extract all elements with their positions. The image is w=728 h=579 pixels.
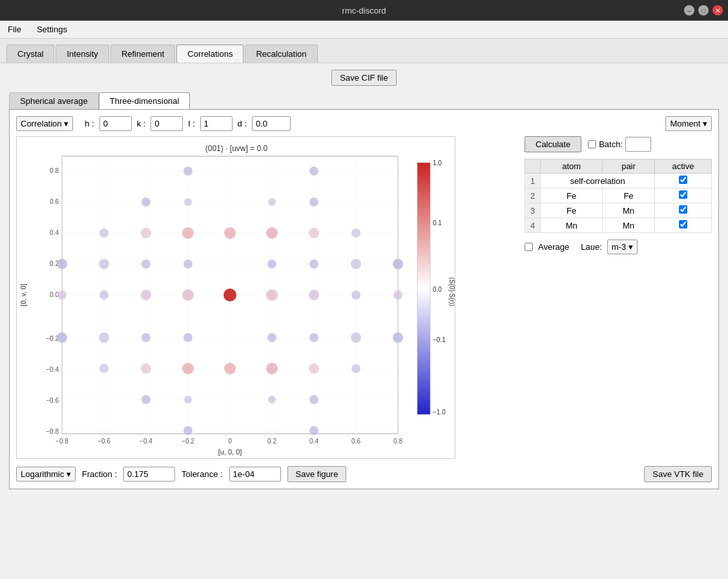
calculate-button[interactable]: Calculate: [525, 136, 581, 152]
subtab-three-dimensional[interactable]: Three-dimensional: [99, 92, 191, 109]
svg-text:−0.6: −0.6: [98, 438, 110, 445]
svg-point-68: [99, 259, 109, 269]
title-bar: rmc-discord – □ ✕: [0, 0, 728, 21]
average-row: Average Laue: m-3 ▾: [525, 239, 712, 254]
y-axis-label: [0, v, 0]: [19, 283, 27, 306]
svg-point-53: [183, 333, 192, 342]
correlation-select[interactable]: Correlation ▾: [16, 116, 73, 131]
save-vtk-button[interactable]: Save VTK file: [644, 466, 712, 482]
maximize-button[interactable]: □: [698, 5, 709, 15]
svg-point-60: [141, 290, 151, 300]
batch-input[interactable]: [625, 137, 651, 152]
col-num: [525, 159, 541, 174]
active-2[interactable]: [654, 188, 711, 203]
h-input[interactable]: [99, 116, 132, 131]
svg-point-47: [266, 363, 278, 374]
svg-point-81: [351, 229, 360, 238]
tolerance-input[interactable]: [229, 467, 281, 482]
tab-crystal[interactable]: Crystal: [6, 45, 54, 63]
save-figure-button[interactable]: Save figure: [287, 466, 347, 482]
l-input[interactable]: [200, 116, 233, 131]
k-label: k :: [137, 119, 146, 128]
average-checkbox[interactable]: [525, 243, 533, 251]
svg-text:0.8: 0.8: [393, 438, 402, 445]
table-row: 4 Mn Mn: [525, 218, 712, 233]
svg-point-83: [184, 198, 192, 206]
self-correlation-label: self-correlation: [541, 174, 655, 188]
svg-point-62: [224, 289, 236, 301]
menu-settings[interactable]: Settings: [33, 23, 71, 36]
svg-point-49: [351, 364, 360, 373]
active-3[interactable]: [654, 203, 711, 218]
x-axis-label: [u, 0, 0]: [218, 448, 242, 456]
svg-point-38: [309, 426, 318, 435]
svg-point-44: [141, 363, 151, 374]
svg-text:0.8: 0.8: [50, 167, 59, 174]
svg-point-75: [99, 229, 109, 238]
svg-point-85: [309, 198, 318, 207]
svg-text:0.2: 0.2: [267, 438, 276, 445]
fraction-input[interactable]: [123, 467, 175, 482]
logarithmic-select[interactable]: Logarithmic ▾: [16, 467, 76, 482]
svg-point-87: [309, 167, 318, 176]
svg-point-43: [99, 364, 109, 373]
svg-point-82: [141, 198, 151, 207]
svg-point-40: [184, 396, 192, 403]
atom-4: Mn: [541, 218, 603, 233]
svg-point-58: [57, 290, 67, 300]
row-num-1: 1: [525, 174, 541, 188]
active-checkbox-2[interactable]: [679, 190, 687, 199]
svg-point-46: [224, 363, 236, 374]
svg-point-66: [393, 290, 402, 300]
h-label: h :: [85, 119, 94, 128]
svg-point-70: [183, 259, 192, 269]
tab-intensity[interactable]: Intensity: [56, 45, 109, 63]
active-4[interactable]: [654, 218, 711, 233]
batch-row: Batch:: [588, 137, 651, 152]
tab-refinement[interactable]: Refinement: [110, 45, 175, 63]
table-row: 2 Fe Fe: [525, 188, 712, 203]
svg-point-45: [182, 363, 194, 374]
svg-text:−0.4: −0.4: [46, 366, 59, 373]
row-num-4: 4: [525, 218, 541, 233]
svg-point-71: [267, 259, 276, 269]
k-input[interactable]: [151, 116, 183, 131]
active-checkbox-1[interactable]: [679, 176, 687, 184]
pair-3: Mn: [603, 203, 655, 218]
batch-checkbox[interactable]: [588, 140, 596, 148]
close-button[interactable]: ✕: [712, 5, 723, 15]
pair-2: Fe: [603, 188, 655, 203]
active-1[interactable]: [654, 174, 711, 188]
tab-correlations[interactable]: Correlations: [176, 45, 244, 63]
subtab-spherical[interactable]: Spherical average: [9, 92, 99, 109]
menu-file[interactable]: File: [4, 23, 25, 36]
chart-area: (001) · [uvw] = 0.0 [0, v, 0] [u, 0, 0] …: [16, 136, 518, 461]
d-label: d :: [238, 119, 247, 128]
menu-bar: File Settings: [0, 21, 728, 39]
svg-point-59: [99, 290, 109, 300]
bottom-controls: Logarithmic ▾ Fraction : Tolerance : Sav…: [16, 466, 712, 482]
active-checkbox-3[interactable]: [679, 205, 687, 214]
main-content: Save CIF file Spherical average Three-di…: [0, 63, 728, 579]
svg-point-72: [309, 259, 318, 269]
svg-text:0.6: 0.6: [50, 198, 59, 205]
svg-point-73: [351, 259, 361, 269]
svg-point-52: [141, 333, 151, 342]
fraction-label: Fraction :: [82, 469, 117, 479]
tab-recalculation[interactable]: Recalculation: [245, 45, 317, 63]
svg-point-55: [309, 333, 318, 342]
svg-point-86: [183, 167, 192, 176]
laue-select[interactable]: m-3 ▾: [607, 239, 638, 254]
moment-select[interactable]: Moment ▾: [665, 116, 712, 131]
svg-point-57: [393, 332, 403, 343]
svg-text:−0.8: −0.8: [46, 428, 59, 435]
svg-point-69: [141, 259, 151, 269]
atom-3: Fe: [541, 203, 603, 218]
d-input[interactable]: [252, 116, 291, 131]
average-label: Average: [538, 242, 569, 252]
active-checkbox-4[interactable]: [679, 220, 687, 229]
window-controls[interactable]: – □ ✕: [684, 5, 723, 15]
svg-text:−0.6: −0.6: [46, 397, 59, 404]
save-cif-button[interactable]: Save CIF file: [331, 70, 396, 86]
minimize-button[interactable]: –: [684, 5, 694, 15]
